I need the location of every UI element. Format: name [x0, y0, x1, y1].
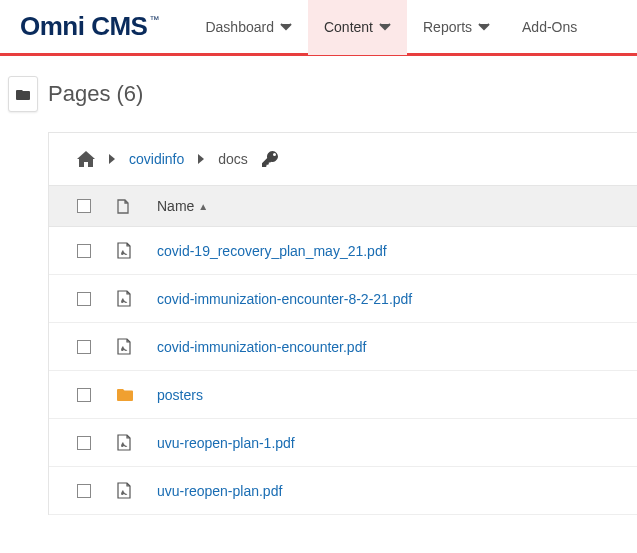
- row-checkbox[interactable]: [77, 340, 91, 354]
- table-header: Name ▲: [49, 185, 637, 227]
- home-icon[interactable]: [77, 151, 95, 167]
- header-name-cell[interactable]: Name ▲: [157, 198, 609, 214]
- nav-item-add-ons[interactable]: Add-Ons: [506, 0, 593, 55]
- page-title-count: (6): [117, 81, 144, 106]
- row-checkbox[interactable]: [77, 292, 91, 306]
- file-link[interactable]: uvu-reopen-plan.pdf: [157, 483, 282, 499]
- brand-tm: ™: [149, 14, 159, 25]
- chevron-right-icon: [109, 154, 115, 164]
- table-row: covid-19_recovery_plan_may_21.pdf: [49, 227, 637, 275]
- row-name-cell: uvu-reopen-plan.pdf: [157, 483, 609, 499]
- row-checkbox[interactable]: [77, 388, 91, 402]
- row-name-cell: posters: [157, 387, 609, 403]
- pdf-file-icon: [117, 482, 157, 499]
- breadcrumb-segment-1: docs: [218, 151, 248, 167]
- row-checkbox-cell: [77, 340, 117, 354]
- nav-item-label: Content: [324, 19, 373, 35]
- table-row: covid-immunization-encounter.pdf: [49, 323, 637, 371]
- row-checkbox[interactable]: [77, 484, 91, 498]
- file-icon: [117, 199, 129, 214]
- chevron-down-icon: [478, 23, 490, 31]
- page-title: Pages (6): [48, 81, 143, 107]
- row-checkbox-cell: [77, 292, 117, 306]
- select-all-checkbox[interactable]: [77, 199, 91, 213]
- table-row: posters: [49, 371, 637, 419]
- file-link[interactable]: covid-immunization-encounter.pdf: [157, 339, 366, 355]
- pdf-file-icon: [117, 290, 157, 307]
- row-name-cell: uvu-reopen-plan-1.pdf: [157, 435, 609, 451]
- key-icon[interactable]: [262, 151, 278, 167]
- file-link[interactable]: uvu-reopen-plan-1.pdf: [157, 435, 295, 451]
- nav-item-content[interactable]: Content: [308, 0, 407, 55]
- table-row: covid-immunization-encounter-8-2-21.pdf: [49, 275, 637, 323]
- chevron-right-icon: [198, 154, 204, 164]
- header-type-cell[interactable]: [117, 199, 157, 214]
- row-checkbox-cell: [77, 244, 117, 258]
- nav-items: DashboardContentReportsAdd-Ons: [189, 0, 593, 55]
- nav-item-label: Dashboard: [205, 19, 274, 35]
- row-checkbox-cell: [77, 436, 117, 450]
- folder-icon: [117, 388, 157, 401]
- nav-item-label: Add-Ons: [522, 19, 577, 35]
- brand-logo[interactable]: Omni CMS ™: [0, 11, 179, 42]
- file-link[interactable]: covid-immunization-encounter-8-2-21.pdf: [157, 291, 412, 307]
- chevron-down-icon: [280, 23, 292, 31]
- breadcrumb-segment-0[interactable]: covidinfo: [129, 151, 184, 167]
- chevron-down-icon: [379, 23, 391, 31]
- page-title-text: Pages: [48, 81, 110, 106]
- folder-solid-icon: [16, 88, 30, 100]
- row-checkbox[interactable]: [77, 436, 91, 450]
- pdf-file-icon: [117, 338, 157, 355]
- top-nav: Omni CMS ™ DashboardContentReportsAdd-On…: [0, 0, 637, 56]
- file-link[interactable]: covid-19_recovery_plan_may_21.pdf: [157, 243, 387, 259]
- breadcrumb: covidinfo docs: [49, 133, 637, 185]
- nav-item-reports[interactable]: Reports: [407, 0, 506, 55]
- row-name-cell: covid-immunization-encounter.pdf: [157, 339, 609, 355]
- sidebar-toggle[interactable]: [8, 76, 38, 112]
- nav-item-label: Reports: [423, 19, 472, 35]
- row-checkbox-cell: [77, 388, 117, 402]
- folder-link[interactable]: posters: [157, 387, 203, 403]
- content-area: covidinfo docs Name ▲ covid-19_recovery_…: [48, 132, 637, 515]
- nav-item-dashboard[interactable]: Dashboard: [189, 0, 308, 55]
- row-name-cell: covid-19_recovery_plan_may_21.pdf: [157, 243, 609, 259]
- column-name-label: Name: [157, 198, 194, 214]
- table-row: uvu-reopen-plan.pdf: [49, 467, 637, 515]
- pdf-file-icon: [117, 434, 157, 451]
- sort-asc-icon: ▲: [198, 201, 208, 212]
- header-checkbox-cell: [77, 199, 117, 213]
- pdf-file-icon: [117, 242, 157, 259]
- page-header: Pages (6): [0, 56, 637, 132]
- row-checkbox[interactable]: [77, 244, 91, 258]
- row-checkbox-cell: [77, 484, 117, 498]
- table-body: covid-19_recovery_plan_may_21.pdfcovid-i…: [49, 227, 637, 515]
- table-row: uvu-reopen-plan-1.pdf: [49, 419, 637, 467]
- row-name-cell: covid-immunization-encounter-8-2-21.pdf: [157, 291, 609, 307]
- brand-name: Omni CMS: [20, 11, 147, 42]
